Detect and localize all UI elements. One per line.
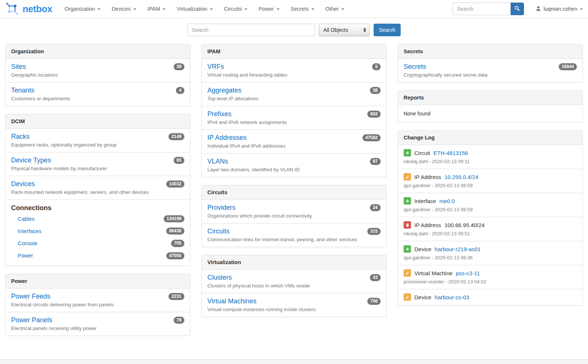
connection-count-badge: 705: [171, 240, 184, 247]
nav-item-virtualization[interactable]: Virtualization: [171, 0, 218, 18]
change-object-type: IP Address: [414, 174, 441, 180]
nav-item-label: Devices: [111, 6, 131, 12]
vlans-link[interactable]: VLANs: [207, 158, 228, 165]
clusters-link[interactable]: Clusters: [207, 274, 232, 282]
changelog-item-head: Virtual Machinepss-c3-11: [404, 269, 577, 277]
power-feeds-link[interactable]: Power Feeds: [11, 293, 50, 300]
chevron-down-icon: [580, 9, 583, 10]
list-item-head: Aggregates38: [207, 87, 381, 94]
navbar-search-button[interactable]: [511, 3, 524, 15]
list-item-head: Power Feeds2231: [11, 293, 184, 300]
list-item-head: Power Panels78: [11, 316, 184, 324]
select-stepper-icon: [363, 28, 366, 32]
item-count-badge: 24: [370, 204, 381, 211]
change-object-link[interactable]: ETH-4813156: [434, 150, 468, 156]
providers-link[interactable]: Providers: [207, 204, 235, 212]
nav-item-other[interactable]: Other: [320, 0, 350, 18]
username: luqman.cohen: [544, 6, 577, 12]
list-item-head: Providers24: [207, 204, 381, 212]
prefixes-link[interactable]: Prefixes: [207, 110, 231, 118]
connection-count-badge: 134198: [164, 215, 184, 222]
pencil-icon: [405, 174, 410, 180]
nav-item-label: Other: [325, 6, 339, 12]
changelog-item: CircuitETH-4813156nikolaj.dahl - 2020-02…: [398, 145, 582, 169]
connection-count-badge: 86438: [166, 228, 184, 235]
nav-item-devices[interactable]: Devices: [106, 0, 142, 18]
navbar-right: luqman.cohen: [452, 3, 583, 15]
cables-connection-link[interactable]: Cables: [18, 216, 34, 222]
change-meta: nikolaj.dahl - 2020-02-13 08:51: [404, 231, 577, 236]
item-count-badge: 602: [367, 111, 381, 118]
panel-title: Organization: [6, 44, 190, 59]
panel-title: Virtualization: [202, 255, 386, 270]
item-count-badge: 43: [370, 274, 381, 281]
nav-item-ipam[interactable]: IPAM: [142, 0, 171, 18]
item-description: Equipment racks, optionally organized by…: [11, 142, 184, 148]
changelog-item-head: Deviceharbour-r219-as01: [404, 245, 577, 253]
item-count-badge: 315: [367, 228, 381, 235]
user-menu[interactable]: luqman.cohen: [536, 6, 583, 12]
nav-item-organization[interactable]: Organization: [59, 0, 106, 18]
ip-addresses-link[interactable]: IP Addresses: [207, 134, 247, 142]
sites-link[interactable]: Sites: [11, 63, 26, 71]
connection-row: Interfaces86438: [11, 225, 184, 237]
change-object-link[interactable]: harbour-cs-03: [435, 294, 469, 300]
item-description: Virtual compute instances running inside…: [207, 307, 381, 312]
item-description: Physical hardware models by manufacturer: [11, 166, 184, 171]
plus-icon: [405, 150, 410, 156]
devices-link[interactable]: Devices: [11, 180, 35, 188]
change-object-type: Device: [414, 246, 431, 252]
item-description: Layer two domains, identified by VLAN ID: [207, 167, 381, 172]
virtual-machines-link[interactable]: Virtual Machines: [207, 297, 257, 305]
panel-circuits: CircuitsProviders24Organizations which p…: [201, 185, 387, 247]
chevron-down-icon: [210, 9, 213, 10]
vrfs-link[interactable]: VRFs: [207, 63, 224, 71]
nav-item-secrets[interactable]: Secrets: [285, 0, 320, 18]
item-count-badge: 4: [176, 87, 184, 94]
object-type-select[interactable]: All Objects: [319, 24, 370, 36]
connection-row: Power47055: [11, 250, 184, 262]
list-item-head: VLANs97: [207, 158, 381, 165]
search-icon: [514, 6, 520, 12]
footer: netbox.example.lan (v2.7.7) 2020-02-13 0…: [0, 359, 588, 364]
navbar-search-input[interactable]: [452, 3, 511, 15]
item-description: Electrical panels receiving utility powe…: [11, 326, 184, 331]
interfaces-connection-link[interactable]: Interfaces: [18, 228, 41, 234]
racks-link[interactable]: Racks: [11, 133, 30, 141]
aggregates-link[interactable]: Aggregates: [207, 87, 241, 94]
list-item-head: IP Addresses47582: [207, 134, 381, 142]
item-count-badge: 2231: [168, 293, 184, 300]
list-item: Virtual Machines706Virtual compute insta…: [202, 293, 386, 317]
plus-icon: [405, 246, 410, 252]
nav-item-power[interactable]: Power: [253, 0, 285, 18]
change-meta: nikolaj.dahl - 2020-02-13 09:11: [404, 159, 577, 164]
list-item: VLANs97Layer two domains, identified by …: [202, 153, 386, 177]
device-types-link[interactable]: Device Types: [11, 156, 51, 164]
list-item: Aggregates38Top-level IP allocations: [202, 82, 386, 106]
netbox-brand-link[interactable]: netbox: [5, 2, 52, 16]
nav-item-circuits[interactable]: Circuits: [218, 0, 253, 18]
change-action-badge: [404, 149, 411, 156]
list-item: Clusters43Clusters of physical hosts in …: [202, 270, 386, 293]
list-item-head: Clusters43: [207, 274, 381, 282]
console-connection-link[interactable]: Console: [18, 240, 37, 246]
change-object-link[interactable]: harbour-r219-as01: [435, 246, 481, 252]
tenants-link[interactable]: Tenants: [11, 87, 34, 94]
list-item-head: Devices14032: [11, 180, 184, 188]
connection-row: Cables134198: [11, 213, 184, 225]
list-item: Sites39Geographic locations: [6, 59, 190, 82]
changelog-item: Interfaceme0.0igor.gardiner - 2020-02-13…: [398, 193, 582, 217]
circuits-link[interactable]: Circuits: [207, 228, 230, 235]
global-search-input[interactable]: [187, 24, 315, 36]
changelog-item: Deviceharbour-r219-as01igor.gardiner - 2…: [398, 241, 582, 265]
secrets-link[interactable]: Secrets: [404, 63, 426, 71]
change-object-link[interactable]: 10.255.0.4/24: [444, 174, 478, 180]
power-connection-link[interactable]: Power: [18, 253, 33, 259]
change-object-link[interactable]: me0.0: [439, 198, 455, 204]
item-description: Cryptographically secured secret data: [404, 72, 577, 78]
list-item: Racks2149Equipment racks, optionally org…: [6, 129, 190, 152]
search-submit-button[interactable]: Search: [374, 24, 400, 36]
panel-title: Change Log: [398, 131, 582, 145]
change-object-link[interactable]: pss-c3-11: [456, 270, 480, 276]
power-panels-link[interactable]: Power Panels: [11, 316, 52, 324]
